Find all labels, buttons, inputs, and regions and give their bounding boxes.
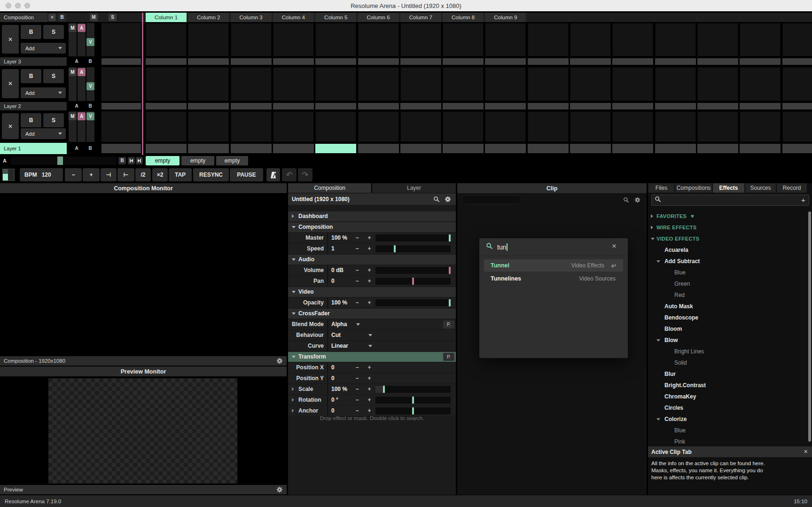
param-animation-button[interactable]: P. xyxy=(443,320,454,328)
layer-solo-button[interactable]: S xyxy=(43,69,64,83)
param-increment[interactable]: + xyxy=(365,406,374,416)
param-increment[interactable]: + xyxy=(365,298,374,308)
param-slider-track[interactable] xyxy=(375,234,451,242)
redo-button[interactable]: ↷ xyxy=(298,168,312,181)
section-header-audio[interactable]: Audio xyxy=(288,255,456,265)
clip-track-cell[interactable] xyxy=(400,103,441,109)
clip-slot[interactable] xyxy=(697,111,738,142)
clip-track-cell[interactable] xyxy=(655,103,696,109)
tab-sources[interactable]: Sources xyxy=(745,183,776,193)
section-header-transform[interactable]: TransformP. xyxy=(288,352,456,362)
param-slider-handle[interactable] xyxy=(449,299,451,306)
tree-item-video-effects[interactable]: VIDEO EFFECTS xyxy=(648,233,808,244)
param-slider-track[interactable] xyxy=(375,267,451,274)
column-header-16[interactable] xyxy=(782,13,812,22)
clip-slot[interactable] xyxy=(655,67,696,101)
layer-name-1[interactable]: Layer 1 xyxy=(0,143,67,154)
param-slider-handle[interactable] xyxy=(412,278,414,285)
param-value[interactable]: 0 xyxy=(331,406,335,416)
crossfader-track[interactable] xyxy=(10,156,117,165)
layer-solo-button[interactable]: S xyxy=(43,25,64,39)
clip-track-cell[interactable] xyxy=(697,58,738,65)
layer-crossfader-b[interactable]: B xyxy=(87,57,94,66)
clip-track-cell[interactable] xyxy=(400,144,441,153)
undo-button[interactable]: ↶ xyxy=(282,168,297,181)
layer-master-toggle[interactable]: M xyxy=(69,112,77,120)
layer-crossfader-a[interactable]: A xyxy=(73,143,80,154)
chevron-down-icon[interactable] xyxy=(368,334,372,336)
param-slider-track[interactable] xyxy=(375,386,451,393)
clip-track-cell[interactable] xyxy=(697,144,738,153)
tree-item-green[interactable]: Green xyxy=(648,278,808,289)
clip-slot[interactable] xyxy=(528,23,569,56)
param-slider-track[interactable] xyxy=(375,407,451,414)
bpm-increase-button[interactable]: + xyxy=(83,168,100,181)
param-increment[interactable]: + xyxy=(365,244,374,254)
clip-track-cell[interactable] xyxy=(273,144,314,153)
crossfader-b-button[interactable]: B xyxy=(118,157,126,164)
bpm-decrease-button[interactable]: − xyxy=(65,168,82,181)
param-value[interactable]: Cut xyxy=(331,330,341,340)
clip-slot[interactable] xyxy=(740,111,781,142)
clip-track-cell[interactable] xyxy=(655,144,696,153)
param-slider-handle[interactable] xyxy=(412,397,414,404)
column-header-9[interactable]: Column 9 xyxy=(485,13,526,22)
clip-track-cell[interactable] xyxy=(231,144,272,153)
clip-name-field[interactable] xyxy=(461,195,521,204)
clip-track-cell[interactable] xyxy=(358,103,399,109)
param-decrement[interactable]: − xyxy=(353,265,361,275)
clip-slot[interactable] xyxy=(570,23,611,56)
clip-track-cell[interactable] xyxy=(443,103,484,109)
clip-track-cell[interactable] xyxy=(273,58,314,65)
tree-item-blur[interactable]: Blur xyxy=(648,368,808,380)
clip-slot[interactable] xyxy=(358,67,399,101)
clip-slot[interactable] xyxy=(485,23,526,56)
layer-audio-toggle[interactable]: A xyxy=(78,112,86,120)
section-header-crossfader[interactable]: CrossFader xyxy=(288,309,456,319)
param-value[interactable]: Alpha xyxy=(331,320,347,329)
column-header-7[interactable]: Column 7 xyxy=(400,13,441,22)
tree-item-bloom[interactable]: Bloom xyxy=(648,323,808,335)
clip-slot[interactable] xyxy=(485,111,526,142)
layer-master-toggle[interactable]: M xyxy=(69,24,77,32)
clip-slot[interactable] xyxy=(146,67,187,101)
layer-master-toggle[interactable]: M xyxy=(69,68,77,76)
tree-item-chromakey[interactable]: ChromaKey xyxy=(648,391,808,402)
composition-bypass-button[interactable]: B xyxy=(58,14,66,21)
clip-track-cell[interactable] xyxy=(740,103,781,109)
param-slider-track[interactable] xyxy=(375,278,451,285)
layer-audio-toggle[interactable]: A xyxy=(78,24,86,32)
clip-track-cell[interactable] xyxy=(528,58,569,65)
clip-track-cell[interactable] xyxy=(443,58,484,65)
layer-video-toggle[interactable]: V xyxy=(86,38,94,46)
clip-search-icon[interactable] xyxy=(623,196,629,205)
tree-item-circles[interactable]: Circles xyxy=(648,402,808,413)
clip-track-cell[interactable] xyxy=(740,58,781,65)
layer-audio-toggle[interactable]: A xyxy=(78,68,86,76)
clip-slot[interactable] xyxy=(273,67,314,101)
column-header-5[interactable]: Column 5 xyxy=(315,13,356,22)
connected-clip-indicator[interactable] xyxy=(315,144,356,153)
composition-master-button[interactable]: M xyxy=(90,14,98,21)
clip-slot[interactable] xyxy=(528,67,569,101)
collapse-icon[interactable] xyxy=(656,339,660,342)
column-header-11[interactable] xyxy=(570,13,611,22)
layer-bypass-button[interactable]: B xyxy=(21,113,41,127)
tree-item-blue[interactable]: Blue xyxy=(648,267,808,278)
param-value[interactable]: 1 xyxy=(331,244,335,254)
composition-header-cell[interactable]: Composition xyxy=(0,13,47,22)
param-slider-handle[interactable] xyxy=(449,267,451,274)
clip-track-cell[interactable] xyxy=(358,58,399,65)
clip-track-cell[interactable] xyxy=(612,103,653,109)
layer-video-toggle[interactable]: V xyxy=(86,82,94,90)
clip-slot[interactable] xyxy=(358,23,399,56)
clip-slot[interactable] xyxy=(570,111,611,142)
clip-track-cell[interactable] xyxy=(315,58,356,65)
clip-slot[interactable] xyxy=(782,67,812,101)
chevron-down-icon[interactable] xyxy=(368,345,372,347)
clip-track-cell[interactable] xyxy=(570,58,611,65)
param-decrement[interactable]: − xyxy=(353,374,361,383)
clip-slot[interactable] xyxy=(485,67,526,101)
clip-track-cell[interactable] xyxy=(697,103,738,109)
param-value[interactable]: 100 % xyxy=(331,233,347,243)
